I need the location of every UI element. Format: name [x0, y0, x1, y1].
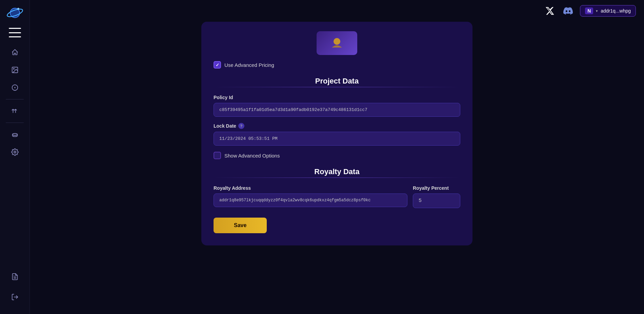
sidebar-item-home[interactable] — [7, 45, 22, 60]
show-advanced-options-checkbox[interactable] — [214, 152, 221, 159]
royalty-address-col: Royalty Address — [214, 185, 407, 207]
svg-point-12 — [334, 38, 340, 45]
show-advanced-options-label: Show Advanced Options — [224, 153, 280, 159]
svg-point-4 — [13, 68, 14, 69]
sidebar-item-exit[interactable] — [7, 290, 22, 304]
royalty-percent-label: Royalty Percent — [413, 185, 460, 191]
svg-point-8 — [14, 151, 16, 153]
sidebar-divider-1 — [6, 99, 23, 99]
wallet-network-badge: N — [585, 7, 593, 14]
show-advanced-options-row: Show Advanced Options — [214, 152, 460, 159]
sidebar-item-target[interactable] — [7, 80, 22, 95]
royalty-percent-col: Royalty Percent — [413, 185, 460, 208]
sidebar — [0, 0, 30, 314]
royalty-data-title: Royalty Data — [214, 167, 460, 176]
discord-icon[interactable] — [562, 4, 575, 17]
lock-date-label: Lock Date ? — [214, 123, 460, 129]
topbar: N ▾ addr1q...whpg — [30, 0, 644, 22]
royalty-percent-input[interactable] — [413, 193, 460, 208]
use-advanced-pricing-checkbox[interactable] — [214, 61, 221, 69]
wallet-address: addr1q...whpg — [601, 8, 631, 14]
save-button[interactable]: Save — [214, 218, 267, 233]
svg-point-6 — [15, 87, 15, 88]
policy-id-input[interactable] — [214, 103, 460, 117]
royalty-row: Royalty Address Royalty Percent — [214, 185, 460, 208]
sidebar-item-documents[interactable] — [7, 269, 22, 284]
project-data-title: Project Data — [214, 77, 460, 86]
project-card: Use Advanced Pricing Project Data Policy… — [201, 22, 472, 245]
sidebar-bottom — [7, 268, 22, 310]
policy-id-label: Policy Id — [214, 95, 460, 100]
wallet-chevron-icon: ▾ — [596, 9, 598, 13]
use-advanced-pricing-row: Use Advanced Pricing — [214, 61, 460, 69]
royalty-address-label: Royalty Address — [214, 185, 407, 191]
svg-point-2 — [17, 8, 19, 10]
sidebar-divider-2 — [6, 123, 23, 123]
royalty-address-input[interactable] — [214, 193, 407, 207]
sidebar-item-spool[interactable] — [7, 127, 22, 142]
svg-point-7 — [12, 133, 17, 135]
card-top-image-area — [214, 31, 460, 55]
nft-thumbnail — [317, 31, 357, 55]
logo[interactable] — [6, 4, 24, 22]
royalty-data-divider — [214, 178, 460, 178]
twitter-icon[interactable] — [543, 4, 556, 17]
sidebar-item-gallery[interactable] — [7, 62, 22, 77]
sidebar-item-up-arrows[interactable] — [7, 104, 22, 118]
sidebar-item-settings[interactable] — [7, 145, 22, 160]
menu-icon[interactable] — [9, 28, 21, 37]
project-data-divider — [214, 87, 460, 87]
main-content: Use Advanced Pricing Project Data Policy… — [30, 0, 644, 314]
lock-date-help-icon[interactable]: ? — [238, 123, 244, 129]
wallet-button[interactable]: N ▾ addr1q...whpg — [580, 5, 636, 17]
lock-date-input[interactable] — [214, 132, 460, 146]
use-advanced-pricing-label: Use Advanced Pricing — [224, 62, 274, 68]
